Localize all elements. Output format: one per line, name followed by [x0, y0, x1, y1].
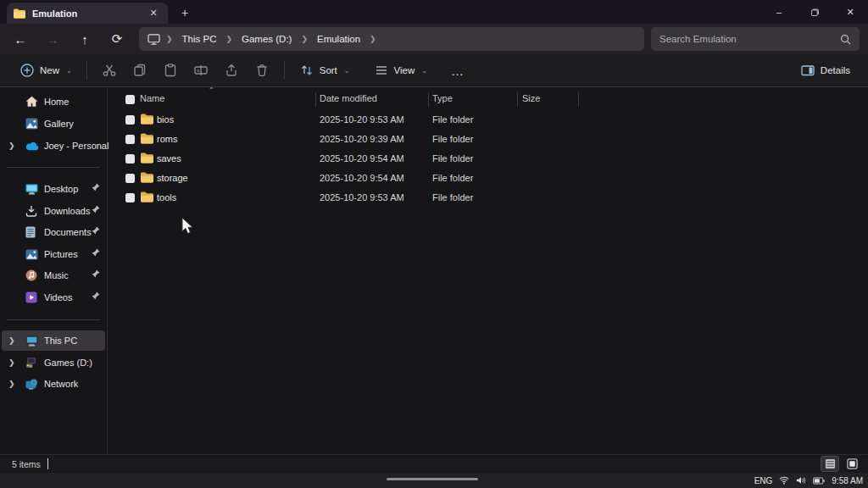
sidebar-item-network[interactable]: ❯ Network	[2, 374, 105, 394]
cut-button[interactable]	[94, 58, 125, 83]
sidebar-item-music[interactable]: Music	[2, 265, 105, 286]
large-icons-view-button[interactable]	[843, 456, 861, 472]
wifi-icon[interactable]	[779, 476, 789, 485]
address-bar[interactable]: ❯ This PC ❯ Games (D:) ❯ Emulation ❯	[139, 27, 644, 51]
forward-button[interactable]: →	[41, 27, 64, 51]
sidebar-item-downloads[interactable]: Downloads	[2, 201, 105, 221]
column-header-date[interactable]: Date modified	[320, 93, 377, 103]
sidebar-item-videos[interactable]: Videos	[2, 287, 105, 308]
search-box[interactable]	[651, 27, 860, 51]
file-name: tools	[157, 192, 176, 202]
file-name: roms	[157, 134, 177, 144]
folder-icon	[141, 133, 153, 146]
column-divider[interactable]	[517, 92, 518, 107]
column-divider[interactable]	[315, 92, 316, 107]
chevron-right-icon[interactable]: ❯	[8, 336, 17, 345]
sidebar-item-label: Joey - Personal	[44, 141, 108, 151]
desktop-icon	[25, 182, 39, 196]
sidebar-item-home[interactable]: Home	[2, 92, 105, 112]
explorer-tab[interactable]: Emulation ✕	[7, 3, 168, 24]
sidebar-item-pictures[interactable]: Pictures	[2, 244, 105, 264]
more-options-button[interactable]: …	[443, 58, 472, 83]
chevron-right-icon[interactable]: ❯	[8, 380, 17, 388]
language-indicator[interactable]: ENG	[754, 476, 773, 485]
sidebar-item-label: Music	[44, 270, 69, 280]
column-divider[interactable]	[428, 92, 429, 107]
copy-icon	[132, 63, 147, 78]
tab-close-button[interactable]: ✕	[146, 6, 161, 21]
share-button[interactable]	[216, 58, 247, 83]
file-row-tools[interactable]: tools 2025-10-20 9:53 AM File folder	[108, 188, 685, 208]
documents-icon	[25, 225, 39, 239]
sidebar-item-games-d[interactable]: ❯ Games (D:)	[2, 352, 105, 373]
row-checkbox[interactable]	[125, 154, 135, 164]
details-button-label: Details	[821, 65, 850, 75]
view-button[interactable]: View ⌄	[366, 58, 435, 83]
sidebar-separator	[7, 167, 100, 168]
column-divider[interactable]	[578, 92, 579, 107]
volume-icon[interactable]	[796, 476, 806, 485]
select-all-checkbox[interactable]	[125, 95, 135, 104]
row-checkbox[interactable]	[125, 193, 135, 202]
new-button[interactable]: New ⌄	[12, 58, 80, 83]
file-row-bios[interactable]: bios 2025-10-20 9:53 AM File folder	[108, 110, 685, 130]
column-header-row: Name ⌃ Date modified Type Size	[108, 90, 868, 108]
details-pane-button[interactable]: Details	[793, 58, 858, 83]
sidebar-item-onedrive[interactable]: ❯ Joey - Personal	[2, 136, 105, 156]
file-date: 2025-10-20 9:39 AM	[320, 134, 404, 144]
refresh-button[interactable]: ⟳	[105, 27, 129, 51]
chevron-right-icon[interactable]: ❯	[8, 358, 17, 367]
folder-icon	[141, 114, 153, 126]
breadcrumb-emulation[interactable]: Emulation	[314, 34, 364, 44]
folder-icon	[14, 8, 25, 19]
column-header-size[interactable]: Size	[522, 93, 540, 103]
details-view-icon	[825, 458, 836, 469]
svg-text:a: a	[197, 68, 200, 73]
home-icon	[25, 95, 39, 108]
maximize-button[interactable]	[797, 0, 832, 24]
sidebar-item-desktop[interactable]: Desktop	[2, 179, 105, 199]
breadcrumb-separator: ❯	[220, 35, 238, 43]
battery-icon[interactable]	[813, 477, 825, 485]
rename-button[interactable]: a	[186, 58, 216, 83]
this-pc-icon	[147, 34, 160, 45]
file-row-roms[interactable]: roms 2025-10-20 9:39 AM File folder	[108, 130, 685, 149]
column-header-name[interactable]: Name	[140, 93, 164, 103]
file-row-saves[interactable]: saves 2025-10-20 9:54 AM File folder	[108, 149, 685, 169]
row-checkbox[interactable]	[125, 174, 135, 183]
row-checkbox[interactable]	[125, 135, 135, 144]
navigation-pane: Home Gallery ❯ Joey - Personal Desktop D…	[0, 88, 108, 454]
close-button[interactable]: ✕	[832, 0, 868, 24]
delete-button[interactable]	[247, 58, 277, 83]
music-icon	[25, 269, 39, 282]
file-row-storage[interactable]: storage 2025-10-20 9:54 AM File folder	[108, 169, 685, 188]
chevron-down-icon: ⌄	[421, 67, 427, 75]
sidebar-item-documents[interactable]: Documents	[2, 222, 105, 242]
new-tab-button[interactable]: +	[176, 4, 193, 21]
breadcrumb-this-pc[interactable]: This PC	[179, 34, 220, 44]
chevron-right-icon[interactable]: ❯	[8, 141, 17, 150]
videos-icon	[25, 291, 39, 304]
clock[interactable]: 9:58 AM	[832, 476, 863, 485]
copy-button[interactable]	[125, 58, 155, 83]
pin-icon	[92, 205, 100, 215]
sort-button[interactable]: Sort ⌄	[292, 58, 358, 83]
row-checkbox[interactable]	[125, 115, 135, 125]
sidebar-item-gallery[interactable]: Gallery	[2, 114, 105, 134]
view-icon	[374, 63, 389, 78]
up-button[interactable]: ↑	[73, 27, 97, 51]
sidebar-item-label: Home	[44, 97, 69, 107]
back-button[interactable]: ←	[8, 27, 32, 51]
file-name: bios	[157, 114, 174, 125]
search-input[interactable]	[659, 34, 840, 44]
breadcrumb-games-d[interactable]: Games (D:)	[238, 34, 295, 44]
column-header-type[interactable]: Type	[432, 93, 453, 103]
sidebar-item-this-pc[interactable]: ❯ This PC	[2, 330, 105, 351]
paste-button[interactable]	[155, 58, 186, 83]
details-view-button[interactable]	[821, 456, 839, 472]
minimize-button[interactable]: –	[761, 0, 797, 24]
taskbar-center-bar[interactable]	[387, 478, 478, 480]
paste-icon	[163, 63, 178, 78]
file-date: 2025-10-20 9:53 AM	[320, 114, 404, 125]
status-divider	[47, 458, 48, 469]
